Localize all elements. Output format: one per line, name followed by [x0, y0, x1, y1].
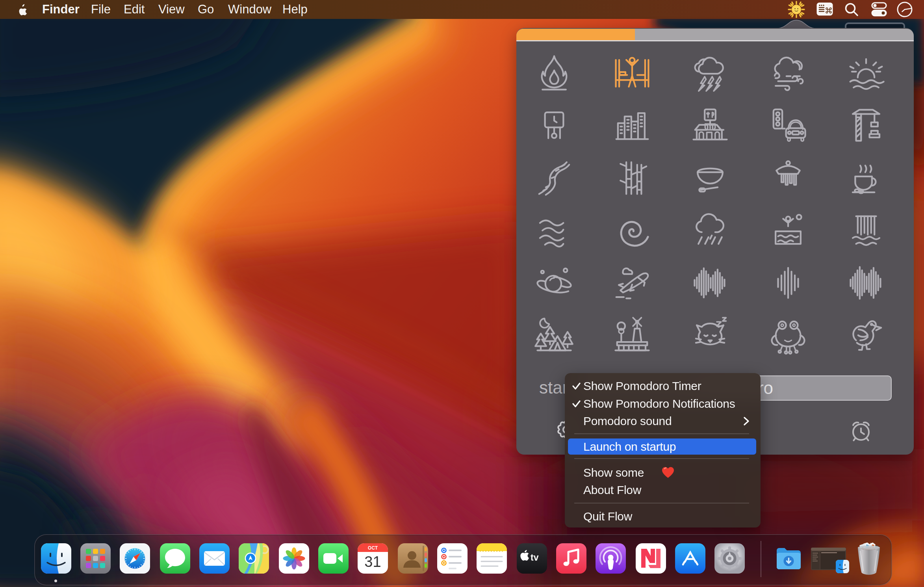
svg-text:OCT: OCT [368, 545, 378, 551]
svg-text:31: 31 [364, 554, 381, 570]
svg-text:tv: tv [531, 552, 539, 563]
